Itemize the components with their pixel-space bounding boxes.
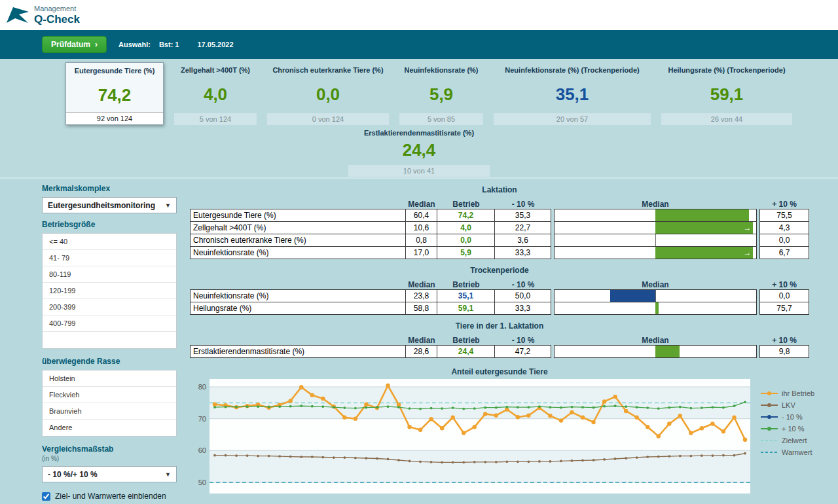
table-row: Zellgehalt >400T (%)10,64,022,7→4,3	[190, 221, 809, 234]
rasse-option[interactable]: Andere	[43, 420, 176, 436]
comparison-bar-box	[554, 234, 757, 247]
vergleichsmassstab-text: Vergleichsmaßstab	[42, 444, 177, 454]
plus10-value: 0,0	[759, 289, 809, 302]
legend-item[interactable]: Warnwert	[761, 448, 834, 456]
row-label: Zellgehalt >400T (%)	[190, 221, 406, 234]
plus10-value: 75,5	[759, 209, 809, 222]
section-title: Tiere in der 1. Laktation	[190, 321, 809, 331]
betriebsgroesse-option[interactable]	[43, 332, 176, 348]
col-header-plus10: + 10 %	[759, 336, 809, 345]
kpi-card[interactable]: Neuinfektionsrate (%)5,95 von 85	[399, 62, 483, 125]
betriebsgroesse-option[interactable]: 120-199	[43, 283, 176, 299]
pruefdatum-button[interactable]: Prüfdatum ›	[42, 36, 107, 53]
merkmalskomplex-label: Merkmalskomplex	[42, 184, 177, 193]
rasse-option[interactable]: Braunvieh	[43, 403, 176, 420]
pruefdatum-value: 17.05.2022	[197, 41, 233, 48]
col-header-betrieb: Betrieb	[437, 280, 495, 289]
table-row: Heilungsrate (%)58,859,133,375,7	[190, 302, 809, 315]
col-header-betrieb: Betrieb	[437, 200, 495, 209]
legend-line-icon	[761, 437, 778, 444]
betriebsgroesse-option[interactable]: 400-799	[43, 315, 176, 332]
kpi-title: Neuinfektionsrate (%)	[399, 62, 483, 83]
legend-item[interactable]: LKV	[761, 401, 834, 409]
kpi-card[interactable]: Eutergesunde Tiere (%)74,292 von 124	[65, 62, 164, 125]
betriebsgroesse-option[interactable]: 80-119	[43, 266, 176, 283]
comparison-bar-box	[554, 289, 757, 302]
comparison-bar-box	[554, 209, 757, 222]
betriebsgroesse-option[interactable]: <= 40	[43, 234, 176, 250]
median-value: 10,6	[405, 221, 437, 234]
kpi-count: 92 von 124	[66, 112, 163, 124]
betriebsgroesse-list: <= 4041- 7980-119120-199200-399400-799	[42, 233, 177, 349]
kpi-card[interactable]: Zellgehalt >400T (%)4,05 von 124	[174, 62, 257, 125]
kpi-count: 20 von 57	[494, 113, 651, 125]
betriebsgroesse-option[interactable]: 41- 79	[43, 250, 176, 266]
legend-label: + 10 %	[782, 425, 805, 433]
minus10-value: 47,2	[494, 345, 551, 358]
kpi-value: 5,9	[399, 84, 483, 105]
kpi-value: 24,4	[0, 140, 838, 160]
ziel-warnwerte-checkbox[interactable]	[42, 492, 50, 501]
rasse-label: überwiegende Rasse	[42, 357, 177, 366]
table-header-row: MedianBetrieb- 10 %Median+ 10 %	[190, 196, 809, 209]
kpi-card[interactable]: Neuinfektionsrate (%) (Trockenperiode)35…	[494, 62, 651, 125]
kpi-value: 4,0	[174, 84, 257, 105]
kpi-title: Chronisch euterkranke Tiere (%)	[267, 62, 389, 83]
rasse-option[interactable]: Holstein	[43, 370, 176, 387]
bestand-value: Bst: 1	[159, 41, 179, 48]
kpi-band: Eutergesunde Tiere (%)74,292 von 124Zell…	[0, 59, 838, 179]
auswahl-label: Auswahl:	[118, 41, 151, 48]
kpi-title: Heilungsrate (%) (Trockenperiode)	[661, 62, 792, 83]
col-header-median_bar: Median	[554, 336, 757, 345]
kpi-card-erstlaktierende[interactable]: Erstlaktierendenmastitisrate (%) 24,4 10…	[0, 129, 838, 177]
chevron-down-icon: ▼	[165, 202, 171, 209]
table-row: Eutergesunde Tiere (%)60,474,235,375,5	[190, 209, 809, 222]
vergleichsmassstab-unit: (in %)	[42, 455, 177, 462]
kpi-title: Neuinfektionsrate (%) (Trockenperiode)	[494, 62, 651, 83]
minus10-value: 33,3	[494, 302, 551, 315]
col-header-minus10: - 10 %	[495, 280, 551, 289]
row-label: Chronisch euterkranke Tiere (%)	[190, 234, 406, 247]
median-value: 58,8	[405, 302, 437, 315]
legend-item[interactable]: + 10 %	[761, 425, 834, 433]
legend-label: Warnwert	[782, 448, 812, 456]
app-header: Management Q-Check	[0, 0, 838, 30]
betrieb-value: 74,2	[437, 209, 495, 222]
legend-item[interactable]: - 10 %	[761, 413, 834, 421]
chart-wrap: 50607080 ihr BetriebLKV- 10 %+ 10 %Zielw…	[190, 379, 809, 496]
comparison-bar	[655, 209, 749, 221]
chart-title: Anteil eutergesunde Tiere	[190, 367, 809, 376]
legend-item[interactable]: Zielwert	[761, 437, 834, 444]
comparison-bar: →	[655, 222, 753, 234]
legend-item[interactable]: ihr Betrieb	[761, 389, 834, 397]
legend-label: - 10 %	[782, 413, 803, 421]
minus10-value: 35,3	[494, 209, 551, 222]
kpi-card[interactable]: Chronisch euterkranke Tiere (%)0,00 von …	[267, 62, 389, 125]
kpi-card[interactable]: Heilungsrate (%) (Trockenperiode)59,126 …	[661, 62, 792, 125]
kpi-count: 5 von 124	[174, 113, 257, 125]
minus10-value: 50,0	[494, 289, 551, 302]
plus10-value: 75,7	[759, 302, 809, 315]
median-value: 23,8	[405, 289, 437, 302]
plus10-value: 0,0	[759, 234, 809, 247]
betriebsgroesse-option[interactable]: 200-399	[43, 299, 176, 315]
comparison-bar-box: →	[554, 221, 757, 234]
merkmalskomplex-value: Eutergesundheitsmonitoring	[48, 201, 155, 210]
median-value: 17,0	[405, 246, 437, 259]
merkmalskomplex-select[interactable]: Eutergesundheitsmonitoring ▼	[42, 197, 177, 213]
col-header-plus10: + 10 %	[759, 280, 809, 289]
kpi-value: 59,1	[661, 84, 792, 105]
rasse-option[interactable]: Fleckvieh	[43, 387, 176, 403]
brand-management: Management	[34, 5, 80, 13]
comparison-bar-box	[554, 345, 757, 358]
legend-line-icon	[761, 402, 778, 408]
pruefdatum-label: Prüfdatum	[51, 40, 90, 49]
col-header-median: Median	[406, 280, 437, 289]
kpi-value: 35,1	[494, 84, 651, 105]
vergleichsmassstab-select[interactable]: - 10 %/+ 10 % ▼	[42, 466, 177, 482]
brand: Management Q-Check	[34, 5, 80, 26]
betrieb-value: 0,0	[437, 234, 495, 247]
content: Merkmalskomplex Eutergesundheitsmonitori…	[0, 179, 838, 504]
main-panel: LaktationMedianBetrieb- 10 %Median+ 10 %…	[190, 179, 809, 496]
kpi-count: 10 von 41	[348, 165, 490, 177]
